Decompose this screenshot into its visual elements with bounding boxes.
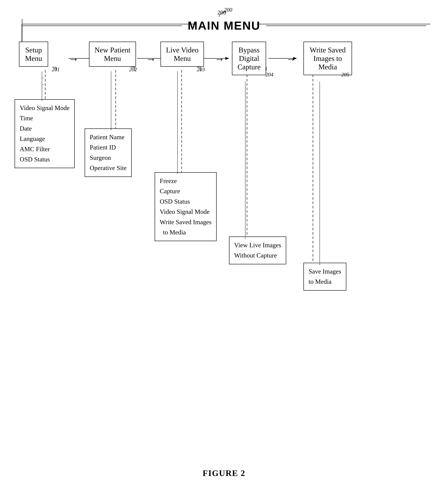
- live-video-menu-box: Live VideoMenu: [160, 42, 204, 67]
- ref-203: 203: [197, 66, 205, 73]
- arrow-2: →: [146, 53, 156, 65]
- ref-202: 202: [129, 66, 137, 73]
- arrow-4: →: [286, 53, 296, 65]
- arrow-1: →: [69, 53, 79, 65]
- dashed-line-205: [320, 82, 320, 265]
- dashed-line-204: [245, 82, 245, 239]
- dashed-line-203: [177, 71, 178, 174]
- arrow-3: →: [214, 53, 225, 65]
- bypass-digital-capture-box: BypassDigitalCapture: [232, 42, 266, 75]
- sub-box-201: Video Signal Mode Time Date Language AMC…: [15, 99, 75, 168]
- sub-box-205: Save Images to Media: [304, 263, 346, 291]
- main-menu-title: MAIN MENU: [182, 19, 266, 33]
- sub-box-203: Freeze Capture OSD Status Video Signal M…: [155, 172, 217, 241]
- main-menu-header: MAIN MENU: [0, 19, 448, 33]
- sub-box-202: Patient Name Patient ID Surgeon Operativ…: [85, 129, 132, 177]
- svg-text:200: 200: [224, 8, 232, 13]
- svg-marker-8: [225, 57, 229, 60]
- ref-204: 204: [266, 71, 273, 78]
- new-patient-menu-box: New PatientMenu: [89, 42, 136, 67]
- dots-201: ··: [42, 74, 44, 88]
- figure-label: FIGURE 2: [203, 468, 245, 478]
- write-saved-images-box: Write SavedImages toMedia: [304, 42, 352, 75]
- ref-201: 201: [52, 66, 60, 73]
- sub-box-204: View Live Images Without Capture: [229, 236, 286, 264]
- dashed-line-202: [111, 71, 111, 130]
- ref-205: 205: [341, 71, 349, 78]
- setup-menu-box: SetupMenu: [19, 42, 48, 67]
- dashed-line-201: [42, 71, 42, 101]
